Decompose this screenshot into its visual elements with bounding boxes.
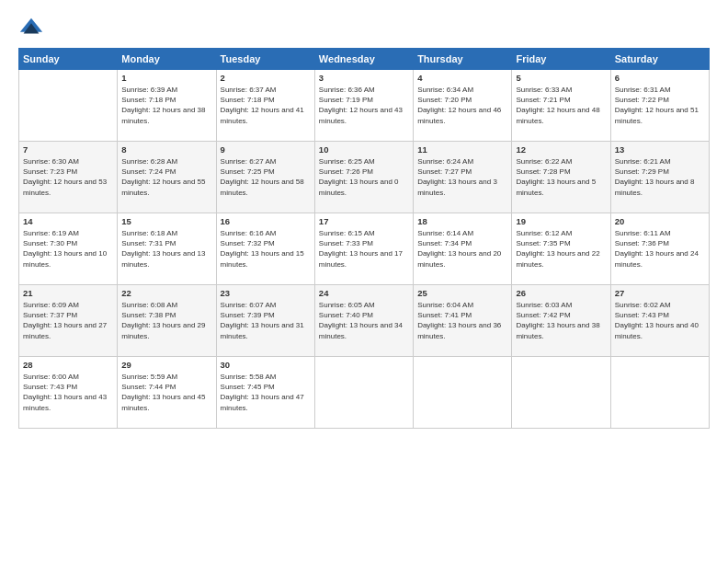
day-info: Sunrise: 6:37 AMSunset: 7:18 PMDaylight:… [221,85,311,126]
calendar-body: 1Sunrise: 6:39 AMSunset: 7:18 PMDaylight… [19,70,710,429]
day-info: Sunrise: 6:30 AMSunset: 7:23 PMDaylight:… [23,156,113,198]
day-info: Sunrise: 6:21 AMSunset: 7:29 PMDaylight:… [615,156,705,198]
day-info: Sunrise: 6:09 AMSunset: 7:37 PMDaylight:… [23,300,113,341]
calendar-week-row-4: 21Sunrise: 6:09 AMSunset: 7:37 PMDayligh… [19,285,710,357]
page: Sunday Monday Tuesday Wednesday Thursday… [0,0,728,563]
day-number: 12 [516,144,606,155]
calendar-week-row-5: 28Sunrise: 6:00 AMSunset: 7:43 PMDayligh… [19,357,710,429]
calendar-cell: 11Sunrise: 6:24 AMSunset: 7:27 PMDayligh… [414,142,512,213]
calendar-cell: 14Sunrise: 6:19 AMSunset: 7:30 PMDayligh… [19,213,118,285]
calendar-cell: 9Sunrise: 6:27 AMSunset: 7:25 PMDaylight… [216,142,314,213]
day-number: 19 [516,216,606,226]
header-monday: Monday [118,49,216,70]
day-info: Sunrise: 6:11 AMSunset: 7:36 PMDaylight:… [615,228,705,270]
day-number: 1 [121,73,211,83]
calendar-cell: 19Sunrise: 6:12 AMSunset: 7:35 PMDayligh… [512,213,610,285]
day-number: 7 [23,144,113,155]
day-number: 21 [23,288,113,298]
day-info: Sunrise: 6:08 AMSunset: 7:38 PMDaylight:… [121,300,211,341]
calendar-cell: 1Sunrise: 6:39 AMSunset: 7:18 PMDaylight… [118,70,216,142]
day-number: 11 [417,144,507,155]
day-number: 5 [516,73,606,83]
day-info: Sunrise: 6:36 AMSunset: 7:19 PMDaylight:… [319,85,409,126]
calendar-cell: 12Sunrise: 6:22 AMSunset: 7:28 PMDayligh… [512,142,610,213]
calendar-cell: 22Sunrise: 6:08 AMSunset: 7:38 PMDayligh… [118,285,216,357]
header-sunday: Sunday [19,49,118,70]
day-number: 26 [516,288,606,298]
day-number: 24 [319,288,409,298]
calendar-cell: 25Sunrise: 6:04 AMSunset: 7:41 PMDayligh… [414,285,512,357]
day-number: 23 [221,288,311,298]
day-info: Sunrise: 6:14 AMSunset: 7:34 PMDaylight:… [417,228,507,270]
day-number: 6 [615,73,705,83]
day-number: 29 [121,360,211,370]
day-number: 25 [417,288,507,298]
calendar-cell: 10Sunrise: 6:25 AMSunset: 7:26 PMDayligh… [314,142,413,213]
calendar-cell: 4Sunrise: 6:34 AMSunset: 7:20 PMDaylight… [414,70,512,142]
day-number: 8 [121,144,211,155]
calendar-cell: 13Sunrise: 6:21 AMSunset: 7:29 PMDayligh… [610,142,709,213]
day-info: Sunrise: 6:25 AMSunset: 7:26 PMDaylight:… [319,156,409,198]
day-info: Sunrise: 6:33 AMSunset: 7:21 PMDaylight:… [516,85,606,126]
calendar-cell: 24Sunrise: 6:05 AMSunset: 7:40 PMDayligh… [314,285,413,357]
calendar-cell: 17Sunrise: 6:15 AMSunset: 7:33 PMDayligh… [314,213,413,285]
calendar-table: Sunday Monday Tuesday Wednesday Thursday… [18,48,710,429]
day-number: 18 [417,216,507,226]
calendar-cell: 5Sunrise: 6:33 AMSunset: 7:21 PMDaylight… [512,70,610,142]
day-info: Sunrise: 6:27 AMSunset: 7:25 PMDaylight:… [221,156,311,198]
calendar-cell: 2Sunrise: 6:37 AMSunset: 7:18 PMDaylight… [216,70,314,142]
header-saturday: Saturday [610,49,709,70]
weekday-header-row: Sunday Monday Tuesday Wednesday Thursday… [19,49,710,70]
day-number: 3 [319,73,409,83]
day-info: Sunrise: 5:58 AMSunset: 7:45 PMDaylight:… [221,372,311,413]
day-info: Sunrise: 6:07 AMSunset: 7:39 PMDaylight:… [221,300,311,341]
calendar-cell: 23Sunrise: 6:07 AMSunset: 7:39 PMDayligh… [216,285,314,357]
calendar-cell: 8Sunrise: 6:28 AMSunset: 7:24 PMDaylight… [118,142,216,213]
day-number: 13 [615,144,705,155]
day-number: 15 [121,216,211,226]
header-wednesday: Wednesday [314,49,413,70]
header-tuesday: Tuesday [216,49,314,70]
day-info: Sunrise: 6:12 AMSunset: 7:35 PMDaylight:… [516,228,606,270]
header [18,15,710,40]
day-number: 30 [221,360,311,370]
day-info: Sunrise: 6:39 AMSunset: 7:18 PMDaylight:… [121,85,211,126]
day-number: 28 [23,360,113,370]
calendar-cell: 27Sunrise: 6:02 AMSunset: 7:43 PMDayligh… [610,285,709,357]
calendar-cell: 18Sunrise: 6:14 AMSunset: 7:34 PMDayligh… [414,213,512,285]
day-info: Sunrise: 6:02 AMSunset: 7:43 PMDaylight:… [615,300,705,341]
day-number: 4 [417,73,507,83]
logo-icon [18,15,44,40]
calendar-cell [512,357,610,429]
day-number: 17 [319,216,409,226]
header-thursday: Thursday [414,49,512,70]
day-info: Sunrise: 6:18 AMSunset: 7:31 PMDaylight:… [121,228,211,270]
day-number: 14 [23,216,113,226]
day-info: Sunrise: 6:15 AMSunset: 7:33 PMDaylight:… [319,228,409,270]
calendar-cell: 3Sunrise: 6:36 AMSunset: 7:19 PMDaylight… [314,70,413,142]
day-info: Sunrise: 6:22 AMSunset: 7:28 PMDaylight:… [516,156,606,198]
calendar-week-row-3: 14Sunrise: 6:19 AMSunset: 7:30 PMDayligh… [19,213,710,285]
calendar-cell: 7Sunrise: 6:30 AMSunset: 7:23 PMDaylight… [19,142,118,213]
calendar-cell: 15Sunrise: 6:18 AMSunset: 7:31 PMDayligh… [118,213,216,285]
day-number: 22 [121,288,211,298]
day-number: 2 [221,73,311,83]
day-number: 27 [615,288,705,298]
header-friday: Friday [512,49,610,70]
day-info: Sunrise: 6:03 AMSunset: 7:42 PMDaylight:… [516,300,606,341]
calendar-cell: 28Sunrise: 6:00 AMSunset: 7:43 PMDayligh… [19,357,118,429]
day-info: Sunrise: 6:24 AMSunset: 7:27 PMDaylight:… [417,156,507,198]
calendar-week-row-2: 7Sunrise: 6:30 AMSunset: 7:23 PMDaylight… [19,142,710,213]
calendar-cell: 26Sunrise: 6:03 AMSunset: 7:42 PMDayligh… [512,285,610,357]
day-info: Sunrise: 6:05 AMSunset: 7:40 PMDaylight:… [319,300,409,341]
day-info: Sunrise: 6:16 AMSunset: 7:32 PMDaylight:… [221,228,311,270]
calendar-cell: 21Sunrise: 6:09 AMSunset: 7:37 PMDayligh… [19,285,118,357]
calendar-cell: 16Sunrise: 6:16 AMSunset: 7:32 PMDayligh… [216,213,314,285]
day-info: Sunrise: 6:31 AMSunset: 7:22 PMDaylight:… [615,85,705,126]
calendar-header: Sunday Monday Tuesday Wednesday Thursday… [19,49,710,70]
day-number: 20 [615,216,705,226]
calendar-cell: 29Sunrise: 5:59 AMSunset: 7:44 PMDayligh… [118,357,216,429]
logo [18,15,48,40]
calendar-cell: 6Sunrise: 6:31 AMSunset: 7:22 PMDaylight… [610,70,709,142]
day-info: Sunrise: 6:04 AMSunset: 7:41 PMDaylight:… [417,300,507,341]
